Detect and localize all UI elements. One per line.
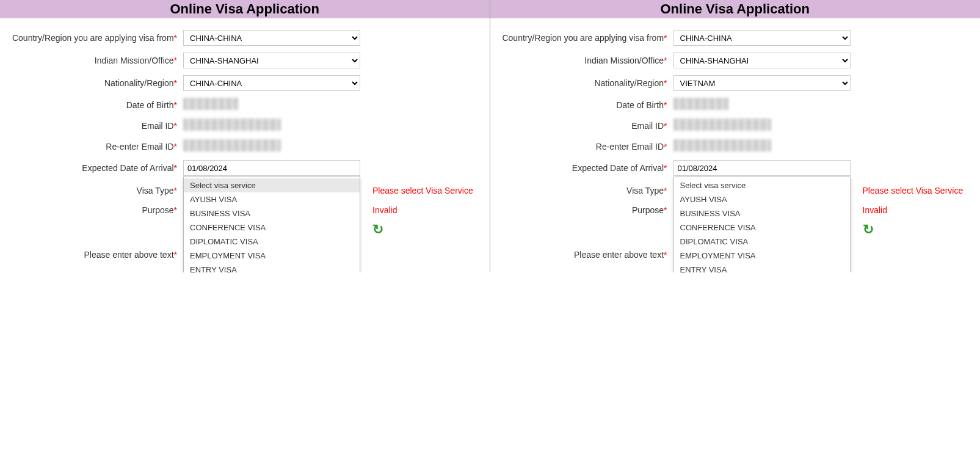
reemail-input[interactable] — [673, 139, 771, 151]
visa-type-option[interactable]: AYUSH VISA — [184, 192, 360, 206]
arrival-label: Expected Date of Arrival* — [496, 163, 673, 173]
visa-type-label: Visa Type* — [6, 186, 183, 195]
captcha-label: Please enter above text* — [496, 250, 673, 260]
refresh-icon[interactable]: ↻ — [851, 222, 874, 238]
country-select[interactable]: CHINA-CHINA — [673, 30, 851, 46]
purpose-error: Invalid — [851, 205, 887, 215]
visa-type-option[interactable]: CONFERENCE VISA — [184, 221, 360, 235]
purpose-label: Purpose* — [6, 205, 183, 215]
arrival-input[interactable] — [183, 160, 360, 176]
purpose-error: Invalid — [360, 205, 397, 215]
visa-type-option[interactable]: ENTRY VISA — [674, 263, 850, 272]
nationality-label: Nationality/Region* — [496, 78, 673, 88]
dob-input[interactable] — [183, 98, 238, 110]
mission-select[interactable]: CHINA-SHANGHAI — [673, 53, 851, 68]
visa-type-dropdown[interactable]: Select visa serviceAYUSH VISABUSINESS VI… — [673, 177, 851, 272]
arrival-label: Expected Date of Arrival* — [6, 163, 183, 173]
email-label: Email ID* — [496, 121, 673, 131]
nationality-select[interactable]: VIETNAM — [673, 75, 851, 91]
visa-type-label: Visa Type* — [496, 186, 673, 195]
visa-type-error: Please select Visa Service — [360, 186, 473, 195]
arrival-input[interactable] — [673, 160, 851, 176]
dob-label: Date of Birth* — [496, 100, 673, 110]
email-input[interactable] — [183, 118, 281, 131]
country-label: Country/Region you are applying visa fro… — [6, 33, 183, 43]
visa-type-option[interactable]: EMPLOYMENT VISA — [674, 249, 850, 263]
visa-type-option[interactable]: ENTRY VISA — [184, 263, 360, 272]
email-label: Email ID* — [6, 121, 183, 131]
mission-select[interactable]: CHINA-SHANGHAI — [183, 53, 360, 68]
visa-type-option[interactable]: Select visa service — [674, 178, 850, 192]
visa-type-option[interactable]: AYUSH VISA — [674, 192, 850, 206]
captcha-label: Please enter above text* — [6, 250, 183, 260]
page-title: Online Visa Application — [490, 0, 981, 19]
purpose-label: Purpose* — [496, 205, 673, 215]
mission-label: Indian Mission/Office* — [6, 56, 183, 65]
visa-type-dropdown[interactable]: Select visa serviceAYUSH VISABUSINESS VI… — [183, 177, 360, 272]
dob-label: Date of Birth* — [6, 100, 183, 110]
nationality-select[interactable]: CHINA-CHINA — [183, 75, 360, 91]
visa-type-option[interactable]: EMPLOYMENT VISA — [184, 249, 360, 263]
dob-input[interactable] — [673, 98, 728, 110]
visa-type-option[interactable]: BUSINESS VISA — [674, 206, 850, 221]
visa-type-option[interactable]: DIPLOMATIC VISA — [184, 235, 360, 249]
reemail-label: Re-enter Email ID* — [496, 142, 673, 151]
country-select[interactable]: CHINA-CHINA — [183, 30, 360, 46]
reemail-label: Re-enter Email ID* — [6, 142, 183, 151]
email-input[interactable] — [673, 118, 771, 131]
reemail-input[interactable] — [183, 139, 281, 151]
visa-type-option[interactable]: DIPLOMATIC VISA — [674, 235, 850, 249]
page-title: Online Visa Application — [0, 0, 490, 19]
country-label: Country/Region you are applying visa fro… — [496, 33, 673, 43]
visa-type-error: Please select Visa Service — [851, 186, 964, 195]
refresh-icon[interactable]: ↻ — [360, 222, 383, 238]
visa-type-option[interactable]: Select visa service — [184, 178, 360, 192]
nationality-label: Nationality/Region* — [6, 78, 183, 88]
mission-label: Indian Mission/Office* — [496, 56, 673, 65]
visa-type-option[interactable]: BUSINESS VISA — [184, 206, 360, 221]
visa-type-option[interactable]: CONFERENCE VISA — [674, 221, 850, 235]
